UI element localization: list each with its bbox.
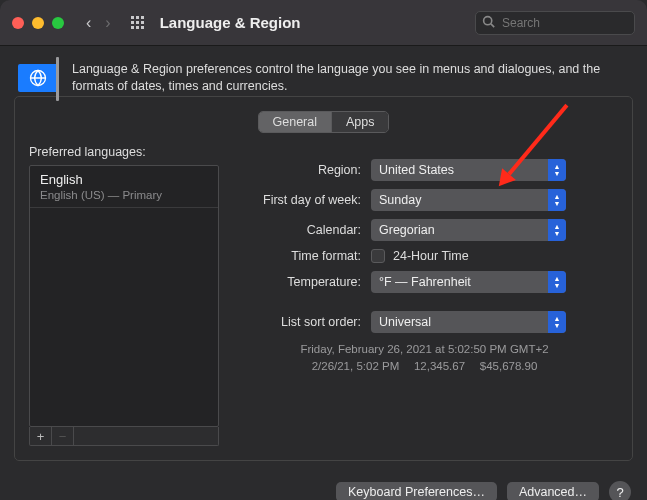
help-button[interactable]: ? [609,481,631,500]
bottom-bar: Keyboard Preferences… Advanced… ? [0,471,647,500]
traffic-lights [12,17,64,29]
24hour-checkbox[interactable] [371,249,385,263]
language-subtitle: English (US) — Primary [40,189,208,201]
updown-icon: ▲▼ [548,189,566,211]
content-panel: General Apps Preferred languages: Englis… [14,96,633,461]
timefmt-value: 24-Hour Time [393,249,469,263]
keyboard-prefs-button[interactable]: Keyboard Preferences… [336,482,497,500]
svg-point-0 [484,16,492,24]
format-preview: Friday, February 26, 2021 at 5:02:50 PM … [231,341,618,376]
tab-bar: General Apps [258,111,390,133]
nav-arrows: ‹ › [86,14,111,32]
region-label: Region: [231,163,371,177]
listsort-value: Universal [379,315,431,329]
add-language-button[interactable]: + [30,427,52,445]
preview-line-2: 2/26/21, 5:02 PM 12,345.67 $45,678.90 [231,358,618,375]
back-button[interactable]: ‹ [86,14,91,32]
titlebar: ‹ › Language & Region [0,0,647,46]
forward-button: › [105,14,110,32]
preview-line-1: Friday, February 26, 2021 at 5:02:50 PM … [231,341,618,358]
preferred-languages-list[interactable]: English English (US) — Primary [29,165,219,427]
svg-line-1 [491,23,494,26]
updown-icon: ▲▼ [548,219,566,241]
minimize-window-button[interactable] [32,17,44,29]
tab-apps[interactable]: Apps [331,112,389,132]
preferred-languages-label: Preferred languages: [29,145,219,159]
show-all-prefs-icon[interactable] [131,16,144,29]
window-title: Language & Region [160,14,301,31]
search-icon [482,15,495,31]
calendar-select[interactable]: Gregorian ▲▼ [371,219,566,241]
tab-general[interactable]: General [259,112,331,132]
region-select[interactable]: United States ▲▼ [371,159,566,181]
updown-icon: ▲▼ [548,311,566,333]
calendar-label: Calendar: [231,223,371,237]
search-input[interactable] [475,11,635,35]
calendar-value: Gregorian [379,223,435,237]
updown-icon: ▲▼ [548,159,566,181]
firstday-value: Sunday [379,193,421,207]
updown-icon: ▲▼ [548,271,566,293]
intro-text: Language & Region preferences control th… [72,61,629,96]
remove-language-button: − [52,427,74,445]
close-window-button[interactable] [12,17,24,29]
language-region-icon [18,60,58,96]
language-item[interactable]: English English (US) — Primary [30,166,218,208]
firstday-select[interactable]: Sunday ▲▼ [371,189,566,211]
listsort-select[interactable]: Universal ▲▼ [371,311,566,333]
timefmt-label: Time format: [231,249,371,263]
add-remove-bar: + − [29,427,219,446]
advanced-button[interactable]: Advanced… [507,482,599,500]
listsort-label: List sort order: [231,315,371,329]
firstday-label: First day of week: [231,193,371,207]
temperature-label: Temperature: [231,275,371,289]
language-name: English [40,172,208,187]
temperature-select[interactable]: °F — Fahrenheit ▲▼ [371,271,566,293]
region-value: United States [379,163,454,177]
fullscreen-window-button[interactable] [52,17,64,29]
temperature-value: °F — Fahrenheit [379,275,471,289]
